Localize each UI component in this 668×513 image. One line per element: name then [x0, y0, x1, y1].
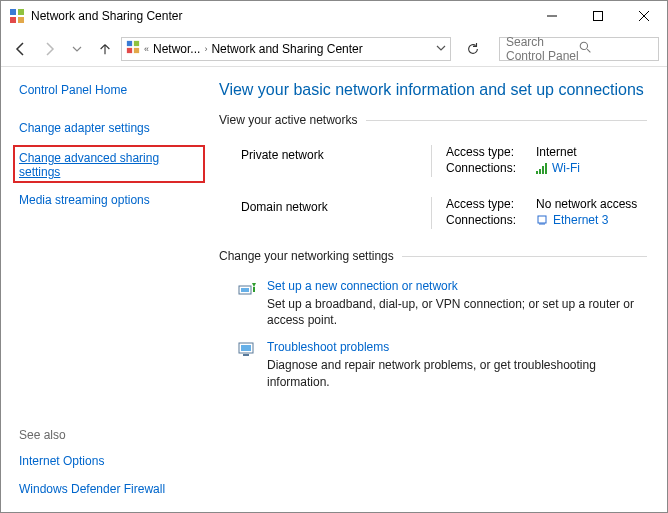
sidebar-internet-options[interactable]: Internet Options	[19, 454, 199, 468]
forward-button[interactable]	[37, 37, 61, 61]
svg-rect-5	[594, 12, 603, 21]
recent-dropdown-button[interactable]	[65, 37, 89, 61]
search-input[interactable]: Search Control Panel	[499, 37, 659, 61]
change-settings-label: Change your networking settings	[219, 249, 394, 263]
ethernet-icon	[536, 214, 548, 226]
search-placeholder: Search Control Panel	[506, 35, 579, 63]
troubleshoot-icon	[237, 340, 267, 389]
network-name-private: Private network	[241, 145, 431, 177]
access-type-label: Access type:	[446, 145, 536, 159]
main-content: View your basic network information and …	[215, 67, 667, 512]
sidebar-see-also-label: See also	[19, 428, 199, 442]
window-titlebar: Network and Sharing Center	[1, 1, 667, 31]
chevron-right-icon[interactable]: «	[144, 44, 149, 54]
breadcrumb-seg-network[interactable]: Networ...	[153, 42, 200, 56]
svg-point-12	[580, 42, 587, 49]
svg-rect-8	[127, 41, 132, 46]
setup-connection-icon	[237, 279, 267, 328]
svg-rect-21	[241, 345, 251, 351]
task-setup-connection: Set up a new connection or network Set u…	[219, 271, 647, 332]
svg-rect-19	[241, 288, 249, 292]
svg-rect-0	[10, 9, 16, 15]
search-icon	[579, 41, 652, 57]
back-button[interactable]	[9, 37, 33, 61]
sidebar-windows-defender-firewall[interactable]: Windows Defender Firewall	[19, 482, 199, 496]
network-row-private: Private network Access type: Internet Co…	[219, 135, 647, 187]
task-troubleshoot: Troubleshoot problems Diagnose and repai…	[219, 332, 647, 393]
maximize-button[interactable]	[575, 1, 621, 31]
access-type-value: Internet	[536, 145, 577, 159]
minimize-button[interactable]	[529, 1, 575, 31]
svg-line-13	[587, 49, 590, 52]
highlighted-advanced-sharing: Change advanced sharing settings	[13, 145, 205, 183]
breadcrumb-root-icon	[126, 40, 140, 57]
task-troubleshoot-link[interactable]: Troubleshoot problems	[267, 340, 647, 354]
network-name-domain: Domain network	[241, 197, 431, 229]
task-setup-connection-desc: Set up a broadband, dial-up, or VPN conn…	[267, 296, 647, 328]
breadcrumb-box[interactable]: « Networ... › Network and Sharing Center	[121, 37, 451, 61]
svg-rect-3	[18, 17, 24, 23]
access-type-value: No network access	[536, 197, 637, 211]
sidebar-change-adapter[interactable]: Change adapter settings	[19, 121, 199, 135]
sidebar-control-panel-home[interactable]: Control Panel Home	[19, 83, 199, 97]
access-type-label: Access type:	[446, 197, 536, 211]
sidebar: Control Panel Home Change adapter settin…	[1, 67, 215, 512]
breadcrumb-dropdown-icon[interactable]	[436, 43, 446, 55]
network-center-icon	[9, 8, 25, 24]
main-heading: View your basic network information and …	[219, 81, 647, 99]
svg-rect-10	[127, 48, 132, 53]
task-troubleshoot-desc: Diagnose and repair network problems, or…	[267, 357, 647, 389]
connections-label: Connections:	[446, 161, 536, 175]
close-button[interactable]	[621, 1, 667, 31]
chevron-right-icon[interactable]: ›	[204, 44, 207, 54]
svg-rect-2	[10, 17, 16, 23]
svg-rect-22	[243, 354, 249, 356]
task-setup-connection-link[interactable]: Set up a new connection or network	[267, 279, 647, 293]
svg-rect-9	[134, 41, 139, 46]
divider	[366, 120, 647, 121]
breadcrumb-seg-sharing-center[interactable]: Network and Sharing Center	[211, 42, 362, 56]
divider	[402, 256, 647, 257]
svg-rect-1	[18, 9, 24, 15]
sidebar-media-streaming[interactable]: Media streaming options	[19, 193, 199, 207]
active-networks-label: View your active networks	[219, 113, 358, 127]
sidebar-change-advanced-sharing[interactable]: Change advanced sharing settings	[19, 151, 197, 179]
refresh-button[interactable]	[461, 37, 485, 61]
network-row-domain: Domain network Access type: No network a…	[219, 187, 647, 239]
up-button[interactable]	[93, 37, 117, 61]
connections-label: Connections:	[446, 213, 536, 227]
wifi-signal-icon	[536, 162, 547, 174]
window-title: Network and Sharing Center	[31, 9, 529, 23]
connection-ethernet-link[interactable]: Ethernet 3	[553, 213, 608, 227]
connection-wifi-link[interactable]: Wi-Fi	[552, 161, 580, 175]
svg-rect-11	[134, 48, 139, 53]
svg-rect-14	[538, 216, 546, 223]
address-bar: « Networ... › Network and Sharing Center…	[1, 31, 667, 67]
